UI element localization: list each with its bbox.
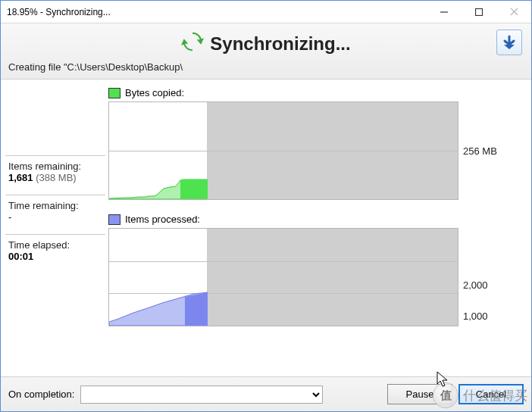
cancel-button[interactable]: Cancel [458, 384, 524, 404]
bytes-ylabel-1: 256 MB [463, 145, 502, 157]
time-elapsed-label: Time elapsed: [8, 239, 102, 251]
bytes-chart-legend: Bytes copied: [108, 87, 527, 98]
pause-button[interactable]: Pause [387, 384, 452, 404]
toggle-details-button[interactable] [496, 30, 522, 55]
on-completion-select[interactable] [80, 385, 323, 404]
time-remaining-block: Time remaining: - [5, 195, 105, 234]
page-title-text: Synchronizing... [210, 33, 350, 55]
items-remaining-block: Items remaining: 1,681 (388 MB) [5, 155, 105, 195]
items-remaining-size: (388 MB) [36, 172, 76, 183]
items-legend-label: Items processed: [125, 214, 200, 225]
items-remaining-value: 1,681 [8, 172, 33, 183]
items-remaining-label: Items remaining: [8, 161, 102, 172]
time-elapsed-value: 00:01 [8, 251, 33, 262]
bytes-chart-ylabels: 256 MB [458, 101, 502, 200]
charts-column: Bytes copied: 256 MB It [108, 87, 527, 340]
stats-column: Items remaining: 1,681 (388 MB) Time rem… [5, 87, 105, 340]
items-chart-block: Items processed: 2,000 1,000 [108, 214, 527, 326]
maximize-button[interactable] [462, 1, 496, 23]
header: Synchronizing... Creating file "C:\Users… [1, 23, 531, 80]
items-chart-legend: Items processed: [108, 214, 527, 225]
on-completion-label: On completion: [8, 389, 74, 400]
bytes-chart [108, 101, 458, 200]
minimize-button[interactable] [427, 1, 462, 23]
window-title: 18.95% - Synchronizing... [7, 7, 427, 17]
bottom-bar: On completion: Pause Cancel [1, 376, 531, 411]
bytes-legend-label: Bytes copied: [125, 87, 184, 98]
items-legend-swatch [108, 214, 120, 225]
time-remaining-label: Time remaining: [8, 200, 102, 211]
close-button[interactable] [496, 1, 531, 23]
sync-icon [181, 30, 204, 58]
arrow-down-icon [501, 34, 518, 51]
current-operation: Creating file "C:\Users\Desktop\Backup\ [8, 61, 524, 73]
items-chart-ylabels: 2,000 1,000 [458, 228, 502, 326]
items-ylabel-1: 2,000 [463, 279, 502, 291]
bytes-legend-swatch [108, 88, 120, 98]
title-bar: 18.95% - Synchronizing... [1, 1, 531, 23]
page-title: Synchronizing... [181, 30, 350, 58]
items-chart [108, 228, 458, 326]
time-elapsed-block: Time elapsed: 00:01 [5, 234, 105, 273]
items-ylabel-2: 1,000 [463, 311, 502, 322]
svg-rect-1 [476, 8, 483, 15]
time-remaining-value: - [8, 211, 102, 223]
main-content: Items remaining: 1,681 (388 MB) Time rem… [1, 80, 531, 340]
bytes-chart-block: Bytes copied: 256 MB [108, 87, 527, 200]
